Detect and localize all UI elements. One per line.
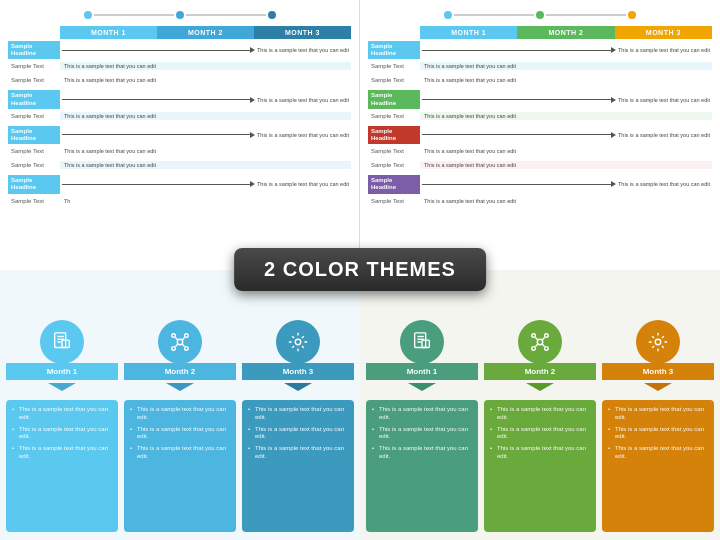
trapezoid-2 — [166, 383, 194, 391]
document-icon-m — [411, 331, 433, 353]
row-label: Sample Text — [368, 161, 420, 169]
row-label: Sample Text — [368, 76, 420, 84]
network-icon — [169, 331, 191, 353]
month2-header-blue: MONTH 2 — [157, 26, 254, 39]
svg-point-7 — [185, 334, 189, 338]
sample-text: This is a sample text that you can edit — [424, 77, 516, 83]
timeline-cell-bg: This is a sample text that you can edit — [420, 62, 712, 70]
color-themes-badge: 2 COLOR THEMES — [234, 248, 486, 291]
document-icon — [51, 331, 73, 353]
month-icon-circle-m2 — [518, 320, 562, 364]
bullet-item: This is a sample text that you can edit. — [247, 426, 349, 442]
timeline-dot-1 — [442, 9, 454, 21]
headline-label-2: SampleHeadline — [8, 90, 60, 108]
timeline-cell-bg: This is a sample text that you can edit — [420, 112, 712, 120]
content-col-blue-1: This is a sample text that you can edit.… — [6, 400, 118, 532]
bullet-item: This is a sample text that you can edit. — [489, 445, 591, 461]
bullet-item: This is a sample text that you can edit. — [129, 445, 231, 461]
bottom-panels: Month 1 — [0, 270, 720, 540]
data-row: SampleHeadline This is a sample text tha… — [8, 175, 351, 193]
timeline-cell: This is a sample text that you can edit — [60, 46, 351, 54]
timeline-cell: This is a sample text that you can edit — [60, 147, 351, 155]
data-group-m1: SampleHeadline This is a sample text tha… — [368, 41, 712, 87]
month2-bar-blue: Month 2 — [124, 363, 236, 380]
data-row: Sample Text This is a sample text that y… — [368, 194, 712, 208]
data-row: Sample Text This is a sample text that y… — [368, 144, 712, 158]
timeline-dot-2 — [174, 9, 186, 21]
data-group-m3: SampleHeadline This is a sample text tha… — [368, 126, 712, 172]
timeline-cell: This is a sample text that you can edit — [60, 96, 351, 104]
bullet-item: This is a sample text that you can edit. — [129, 426, 231, 442]
row-label: Sample Text — [8, 112, 60, 120]
bullet-item: This is a sample text that you can edit. — [489, 406, 591, 422]
data-row: Sample Text This is a sample text that y… — [368, 109, 712, 123]
content-row-multi: This is a sample text that you can edit.… — [366, 400, 714, 532]
month2-bar-multi: Month 2 — [484, 363, 596, 380]
bullet-item: This is a sample text that you can edit. — [607, 445, 709, 461]
month-icon-circle-m3 — [636, 320, 680, 364]
sample-text: This is a sample text that you can edit — [618, 47, 710, 53]
row-label: Sample Text — [8, 147, 60, 155]
bullet-item: This is a sample text that you can edit. — [371, 426, 473, 442]
svg-line-25 — [535, 337, 538, 340]
bullet-item: This is a sample text that you can edit. — [607, 426, 709, 442]
month-icon-circle-2 — [158, 320, 202, 364]
month-card-multi-3: Month 3 — [602, 320, 714, 394]
month2-header-multi: MONTH 2 — [517, 26, 614, 39]
svg-point-9 — [185, 347, 189, 351]
month-divider-m2 — [484, 383, 596, 391]
month-card-multi-2: Month 2 — [484, 320, 596, 394]
data-row: SampleHeadline This is a sample text tha… — [8, 90, 351, 108]
trapezoid-m1 — [408, 383, 436, 391]
multi-table-panel: MONTH 1 MONTH 2 MONTH 3 SampleHeadline T… — [360, 0, 720, 270]
data-row: Sample Text This is a sample text that y… — [368, 59, 712, 73]
timeline-dot-2 — [534, 9, 546, 21]
month3-header-multi: MONTH 3 — [615, 26, 712, 39]
row-label: Sample Text — [8, 197, 60, 205]
bullet-item: This is a sample text that you can edit. — [11, 445, 113, 461]
trapezoid-1 — [48, 383, 76, 391]
month-header-row-multi: MONTH 1 MONTH 2 MONTH 3 — [368, 26, 712, 39]
month-card-multi-1: Month 1 — [366, 320, 478, 394]
month-card-blue-3: Month 3 — [242, 320, 354, 394]
data-row: SampleHeadline This is a sample text tha… — [368, 41, 712, 59]
bullet-item: This is a sample text that you can edit. — [607, 406, 709, 422]
data-group-m2: SampleHeadline This is a sample text tha… — [368, 90, 712, 122]
bullet-item: This is a sample text that you can edit. — [247, 445, 349, 461]
timeline-cell: This is a sample text that you can edit — [420, 131, 712, 139]
data-group-2: SampleHeadline This is a sample text tha… — [8, 90, 351, 122]
sample-text: This is a sample text that you can edit — [64, 63, 156, 69]
sample-text: This is a sample text that you can edit — [257, 132, 349, 138]
settings-icon — [287, 331, 309, 353]
data-rows-blue: SampleHeadline This is a sample text tha… — [8, 41, 351, 210]
bullet-item: This is a sample text that you can edit. — [489, 426, 591, 442]
month3-header-blue: MONTH 3 — [254, 26, 351, 39]
timeline-cell-bg: This is a sample text that you can edit — [60, 112, 351, 120]
blue-bottom-panel: Month 1 — [0, 270, 360, 540]
sample-text: This is a sample text that you can edit — [64, 113, 156, 119]
data-row: Sample Text This is a sample text that y… — [8, 73, 351, 87]
sample-text: This is a sample text that you can edit — [618, 97, 710, 103]
bullet-item: This is a sample text that you can edit. — [247, 406, 349, 422]
top-section: MONTH 1 MONTH 2 MONTH 3 SampleHeadline T… — [0, 0, 720, 270]
timeline-cell: This is a sample text that you can edit — [420, 76, 712, 84]
timeline-cell: This is a sample text that you can edit — [60, 131, 351, 139]
month-cards-row-blue: Month 1 — [6, 320, 354, 394]
timeline-cell-bg: This is a sample text that you can edit — [60, 161, 351, 169]
data-row: Sample Text Th — [8, 194, 351, 208]
month-icon-circle-3 — [276, 320, 320, 364]
row-label: Sample Text — [368, 62, 420, 70]
trapezoid-m3 — [644, 383, 672, 391]
data-group-4: SampleHeadline This is a sample text tha… — [8, 175, 351, 207]
timeline-cell: This is a sample text that you can edit — [420, 147, 712, 155]
month-divider-2 — [124, 383, 236, 391]
headline-label-3: SampleHeadline — [8, 126, 60, 144]
timeline-dot-3 — [626, 9, 638, 21]
trapezoid-3 — [284, 383, 312, 391]
sample-text: This is a sample text that you can edit — [618, 181, 710, 187]
row-label: Sample Text — [8, 62, 60, 70]
month3-bar-blue: Month 3 — [242, 363, 354, 380]
sample-text: This is a sample text that you can edit — [257, 181, 349, 187]
timeline-cell: This is a sample text that you can edit — [420, 180, 712, 188]
content-col-blue-3: This is a sample text that you can edit.… — [242, 400, 354, 532]
